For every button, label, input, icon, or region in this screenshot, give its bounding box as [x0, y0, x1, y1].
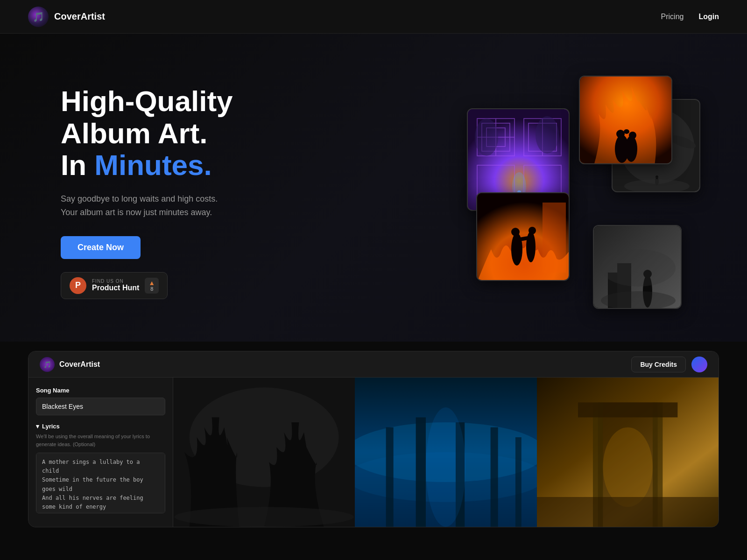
product-hunt-find-us: FIND US ON — [92, 279, 139, 284]
preview-card-3[interactable] — [537, 378, 719, 527]
votes-count: 8 — [150, 286, 153, 292]
album-card-romance — [579, 76, 672, 164]
app-logo-icon: 🎵 — [40, 357, 55, 372]
logo-icon: 🎵 — [28, 7, 49, 27]
nav-login-link[interactable]: Login — [698, 13, 719, 21]
nav-links: Pricing Login — [661, 13, 719, 21]
album-card-dance — [476, 192, 570, 281]
lyrics-section-header[interactable]: ▾ Lyrics — [36, 423, 165, 430]
image-previews — [173, 378, 719, 527]
svg-rect-57 — [515, 437, 521, 527]
svg-point-45 — [601, 249, 676, 287]
hero-section: High-Quality Album Art. In Minutes. Say … — [0, 34, 747, 342]
product-hunt-text: FIND US ON Product Hunt — [92, 279, 139, 292]
svg-point-20 — [629, 132, 636, 139]
hero-image-collage — [458, 71, 700, 314]
svg-point-14 — [475, 119, 498, 156]
hero-title-line1: High-Quality Album Art. — [61, 85, 233, 149]
svg-point-64 — [603, 427, 653, 507]
preview-card-2[interactable] — [355, 378, 536, 527]
product-hunt-logo: P — [70, 277, 86, 294]
create-now-button[interactable]: Create Now — [61, 236, 141, 259]
chevron-down-icon: ▾ — [36, 423, 39, 430]
app-sidebar: Song Name ▾ Lyrics We'll be using the ov… — [28, 378, 173, 527]
product-hunt-votes: ▲ 8 — [145, 278, 159, 294]
app-logo: 🎵 CoverArtist — [40, 357, 100, 372]
product-hunt-badge[interactable]: P FIND US ON Product Hunt ▲ 8 — [61, 272, 168, 299]
svg-rect-53 — [386, 427, 394, 527]
nav-pricing-link[interactable]: Pricing — [661, 13, 684, 21]
svg-point-58 — [426, 407, 465, 527]
app-section: 🎵 CoverArtist Buy Credits Song Name ▾ Ly… — [28, 351, 719, 527]
user-avatar[interactable] — [691, 357, 707, 372]
album-card-silhouette — [593, 225, 682, 309]
app-logo-text: CoverArtist — [59, 360, 100, 369]
lyrics-hint: We'll be using the overall meaning of yo… — [36, 433, 165, 448]
hero-title-minutes: Minutes. — [94, 149, 211, 181]
svg-point-26 — [511, 228, 520, 236]
svg-point-19 — [616, 130, 625, 138]
svg-rect-54 — [416, 417, 426, 527]
svg-rect-56 — [491, 427, 498, 527]
svg-point-21 — [624, 129, 629, 134]
song-name-input[interactable] — [36, 398, 165, 415]
svg-point-49 — [175, 507, 354, 527]
lyrics-label: Lyrics — [42, 423, 60, 430]
navbar: 🎵 CoverArtist Pricing Login — [0, 0, 747, 34]
svg-rect-63 — [578, 402, 677, 417]
preview-card-1[interactable] — [173, 378, 355, 527]
logo-text: CoverArtist — [54, 11, 105, 22]
hero-subtitle: Say goodbye to long waits and high costs… — [61, 192, 313, 219]
buy-credits-button[interactable]: Buy Credits — [631, 357, 686, 372]
svg-rect-65 — [537, 497, 719, 527]
app-main-area — [173, 378, 719, 527]
app-topbar-right: Buy Credits — [631, 357, 707, 372]
hero-left: High-Quality Album Art. In Minutes. Say … — [61, 85, 313, 299]
app-topbar: 🎵 CoverArtist Buy Credits — [28, 351, 719, 378]
hero-title-line2-plain: In — [61, 149, 94, 181]
svg-point-15 — [536, 116, 559, 154]
song-name-label: Song Name — [36, 387, 165, 394]
svg-point-37 — [655, 175, 658, 178]
app-body: Song Name ▾ Lyrics We'll be using the ov… — [28, 378, 719, 527]
hero-title: High-Quality Album Art. In Minutes. — [61, 85, 313, 181]
svg-point-28 — [529, 227, 536, 234]
lyrics-textarea[interactable] — [36, 453, 165, 513]
nav-logo[interactable]: 🎵 CoverArtist — [28, 7, 105, 27]
svg-line-29 — [517, 238, 531, 240]
product-hunt-name: Product Hunt — [92, 284, 139, 292]
upvote-arrow-icon: ▲ — [148, 280, 155, 286]
svg-point-18 — [625, 136, 637, 162]
